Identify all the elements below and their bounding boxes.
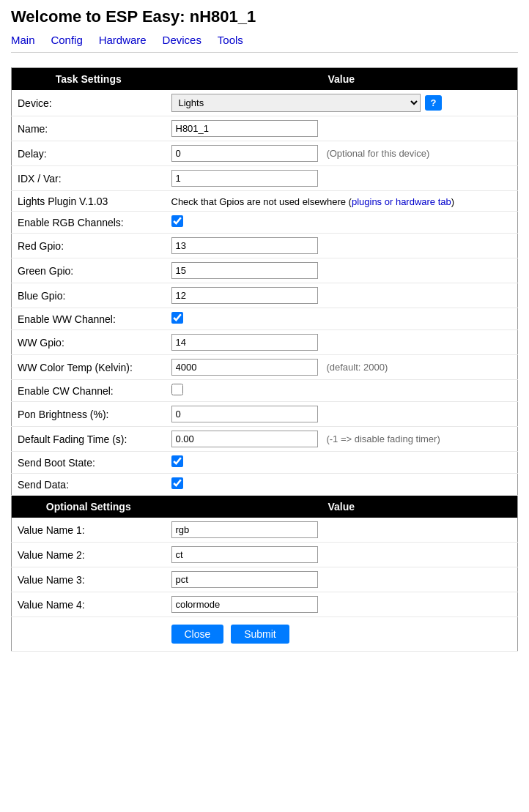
delay-input[interactable] [171,145,318,162]
red-gpio-label: Red Gpio: [12,234,166,258]
btn-row-empty [12,617,166,652]
default-fading-cell: (-1 => disable fading timer) [166,427,518,452]
value-name-3-cell [166,567,518,592]
ww-color-temp-label: WW Color Temp (Kelvin): [12,355,166,380]
plugin-note-pre: Check that Gpios are not used elsewhere … [171,196,352,207]
green-gpio-label: Green Gpio: [12,258,166,283]
ww-gpio-label: WW Gpio: [12,330,166,355]
pon-brightness-input[interactable] [171,406,318,422]
idx-row: IDX / Var: [12,166,518,191]
name-cell [166,116,518,141]
task-settings-table: Task Settings Value Device: Lights ? Nam… [11,67,518,652]
delay-row: Delay: (Optional for this device) [12,141,518,166]
value-name-2-label: Value Name 2: [12,543,166,567]
value-name-3-label: Value Name 3: [12,567,166,592]
value-name-1-label: Value Name 1: [12,518,166,543]
delay-cell: (Optional for this device) [166,141,518,166]
send-boot-checkbox[interactable] [171,455,183,467]
plugin-note-cell: Check that Gpios are not used elsewhere … [166,191,518,212]
blue-gpio-input[interactable] [171,287,318,304]
device-cell: Lights ? [166,90,518,116]
default-fading-note: (-1 => disable fading timer) [326,433,440,444]
enable-cw-cell [166,380,518,402]
nav-tools[interactable]: Tools [218,34,243,46]
device-label: Device: [12,90,166,116]
default-fading-row: Default Fading Time (s): (-1 => disable … [12,427,518,452]
enable-rgb-label: Enable RGB Channels: [12,212,166,234]
delay-note: (Optional for this device) [326,148,429,159]
plugin-note-link[interactable]: plugins or hardware tab [352,196,451,207]
task-settings-header: Task Settings [12,68,166,91]
green-gpio-cell [166,258,518,283]
enable-cw-row: Enable CW Channel: [12,380,518,402]
value-name-3-row: Value Name 3: [12,567,518,592]
plugin-note-post: ) [451,196,454,207]
nav-hardware[interactable]: Hardware [99,34,147,46]
main-nav: Main Config Hardware Devices Tools [11,34,518,53]
submit-button[interactable]: Submit [231,625,289,644]
green-gpio-input[interactable] [171,262,318,279]
optional-settings-value-header: Value [166,496,518,518]
enable-cw-checkbox[interactable] [171,384,183,395]
value-name-2-input[interactable] [171,546,318,563]
name-label: Name: [12,116,166,141]
send-data-checkbox[interactable] [171,477,183,489]
send-data-label: Send Data: [12,474,166,496]
pon-brightness-cell [166,402,518,427]
enable-ww-checkbox[interactable] [171,312,183,324]
enable-ww-label: Enable WW Channel: [12,308,166,330]
device-row: Device: Lights ? [12,90,518,116]
page-title: Welcome to ESP Easy: nH801_1 [11,7,518,26]
send-boot-label: Send Boot State: [12,452,166,474]
plugin-row: Lights Plugin V.1.03 Check that Gpios ar… [12,191,518,212]
enable-ww-row: Enable WW Channel: [12,308,518,330]
value-name-2-row: Value Name 2: [12,543,518,567]
blue-gpio-label: Blue Gpio: [12,283,166,308]
idx-label: IDX / Var: [12,166,166,191]
enable-ww-cell [166,308,518,330]
default-fading-input[interactable] [171,431,318,447]
btn-row-cell: Close Submit [166,617,518,652]
red-gpio-input[interactable] [171,237,318,254]
name-input[interactable] [171,120,318,137]
nav-devices[interactable]: Devices [163,34,201,46]
value-name-1-cell [166,518,518,543]
delay-label: Delay: [12,141,166,166]
plugin-label: Lights Plugin V.1.03 [12,191,166,212]
blue-gpio-row: Blue Gpio: [12,283,518,308]
value-name-1-row: Value Name 1: [12,518,518,543]
green-gpio-row: Green Gpio: [12,258,518,283]
ww-gpio-input[interactable] [171,334,318,351]
close-button[interactable]: Close [171,625,224,644]
optional-settings-header-row: Optional Settings Value [12,496,518,518]
enable-rgb-checkbox[interactable] [171,215,183,227]
pon-brightness-label: Pon Brightness (%): [12,402,166,427]
ww-gpio-cell [166,330,518,355]
ww-color-temp-note: (default: 2000) [326,362,388,373]
nav-config[interactable]: Config [51,34,82,46]
value-name-2-cell [166,543,518,567]
idx-input[interactable] [171,170,318,187]
send-boot-cell [166,452,518,474]
send-data-cell [166,474,518,496]
ww-color-temp-input[interactable] [171,359,318,376]
send-data-row: Send Data: [12,474,518,496]
name-row: Name: [12,116,518,141]
value-name-1-input[interactable] [171,521,318,538]
send-boot-row: Send Boot State: [12,452,518,474]
value-name-4-input[interactable] [171,596,318,613]
blue-gpio-cell [166,283,518,308]
enable-cw-label: Enable CW Channel: [12,380,166,402]
help-button[interactable]: ? [425,95,443,111]
red-gpio-row: Red Gpio: [12,234,518,258]
value-name-4-label: Value Name 4: [12,592,166,617]
device-select[interactable]: Lights [171,94,421,112]
red-gpio-cell [166,234,518,258]
enable-rgb-row: Enable RGB Channels: [12,212,518,234]
default-fading-label: Default Fading Time (s): [12,427,166,452]
pon-brightness-row: Pon Brightness (%): [12,402,518,427]
nav-main[interactable]: Main [11,34,35,46]
value-name-3-input[interactable] [171,571,318,588]
ww-gpio-row: WW Gpio: [12,330,518,355]
value-header: Value [166,68,518,91]
